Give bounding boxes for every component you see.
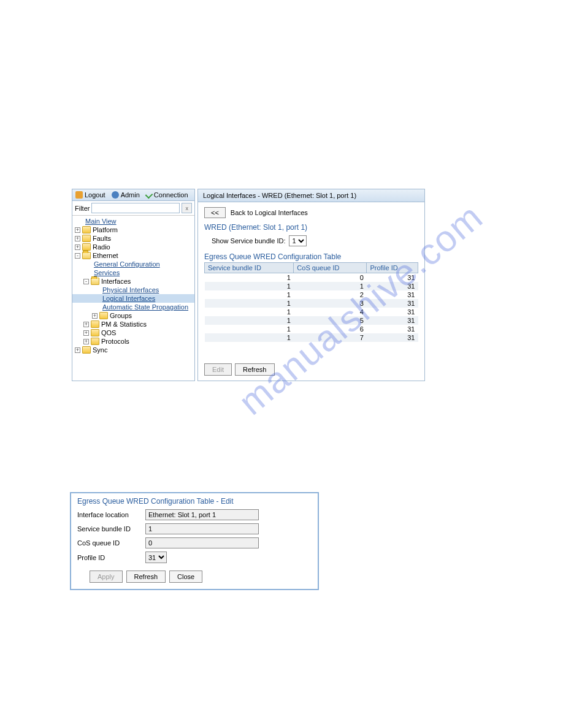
tree-label: Logical Interfaces: [102, 295, 155, 302]
tree-groups[interactable]: +Groups: [72, 311, 194, 320]
tree-label: Ethernet: [93, 252, 118, 259]
cell: 1: [205, 308, 294, 316]
admin-icon: [112, 191, 119, 199]
nav-tree: Main View +Platform +Faults +Radio -Ethe…: [72, 216, 194, 355]
cell: 31: [367, 308, 418, 316]
folder-icon: [82, 346, 91, 354]
tree-label: Groups: [110, 312, 132, 319]
close-button[interactable]: Close: [169, 571, 202, 583]
folder-icon: [82, 226, 91, 233]
tree-general-config[interactable]: General Configuration: [72, 260, 194, 268]
tree-main-view[interactable]: Main View: [72, 217, 194, 226]
plus-icon[interactable]: +: [92, 313, 98, 319]
tree-label: Interfaces: [101, 278, 131, 285]
plus-icon[interactable]: +: [75, 236, 80, 241]
plus-icon[interactable]: +: [75, 227, 80, 233]
main-body: << Back to Logical Interfaces WRED (Ethe…: [198, 202, 424, 381]
plus-icon[interactable]: +: [75, 347, 80, 353]
service-bundle-field: [145, 523, 259, 534]
connection-link[interactable]: Connection: [146, 191, 188, 199]
show-bundle-row: Show Service bundle ID: 1: [212, 235, 418, 246]
minus-icon[interactable]: -: [75, 253, 80, 259]
folder-icon: [91, 338, 99, 345]
cell: 1: [205, 316, 294, 325]
minus-icon[interactable]: -: [83, 279, 89, 284]
tree-radio[interactable]: +Radio: [72, 243, 194, 251]
tree-logical-interfaces[interactable]: Logical Interfaces: [72, 294, 194, 303]
app-window: Logout Admin Connection Filter x Main Vi…: [72, 189, 425, 381]
plus-icon[interactable]: +: [83, 330, 89, 336]
folder-icon: [99, 312, 108, 319]
filter-clear-button[interactable]: x: [182, 203, 192, 213]
logout-link[interactable]: Logout: [75, 191, 105, 199]
cell: 1: [205, 273, 294, 282]
filter-input[interactable]: [91, 203, 180, 213]
tree-sync[interactable]: +Sync: [72, 346, 194, 354]
wred-table: Service bundle ID CoS queue ID Profile I…: [204, 262, 418, 342]
tree-platform[interactable]: +Platform: [72, 226, 194, 234]
table-row[interactable]: 1431: [205, 308, 418, 316]
col-cos-queue[interactable]: CoS queue ID: [294, 263, 367, 273]
tree-label: Protocols: [101, 338, 129, 345]
col-service-bundle[interactable]: Service bundle ID: [205, 263, 294, 273]
tree-faults[interactable]: +Faults: [72, 234, 194, 243]
edit-dialog: Egress Queue WRED Configuration Table - …: [70, 492, 319, 590]
tree-label: QOS: [101, 329, 116, 336]
table-row[interactable]: 1131: [205, 282, 418, 290]
tree-label: Faults: [93, 235, 111, 242]
tree-label: Physical Interfaces: [102, 286, 159, 294]
folder-icon: [82, 235, 91, 242]
table-row[interactable]: 1731: [205, 333, 418, 342]
wred-section-title: WRED (Ethernet: Slot 1, port 1): [204, 223, 418, 232]
tree-services[interactable]: Services: [72, 268, 194, 277]
table-row[interactable]: 1031: [205, 273, 418, 282]
cell: 31: [367, 316, 418, 325]
admin-label: Admin: [121, 191, 140, 199]
tree-physical-interfaces[interactable]: Physical Interfaces: [72, 286, 194, 294]
table-row[interactable]: 1631: [205, 325, 418, 333]
dialog-row-interface: Interface location: [77, 509, 312, 520]
cell: 2: [294, 290, 367, 299]
connection-label: Connection: [154, 191, 188, 199]
back-row: << Back to Logical Interfaces: [204, 207, 418, 218]
back-button[interactable]: <<: [204, 207, 226, 218]
tree-label: Automatic State Propagation: [102, 303, 188, 311]
table-row[interactable]: 1331: [205, 299, 418, 308]
table-title: Egress Queue WRED Configuration Table: [204, 252, 418, 261]
col-profile-id[interactable]: Profile ID: [367, 263, 418, 273]
tree-auto-state-propagation[interactable]: Automatic State Propagation: [72, 303, 194, 311]
tree-pm-statistics[interactable]: +PM & Statistics: [72, 320, 194, 328]
refresh-button[interactable]: Refresh: [235, 363, 275, 376]
folder-open-icon: [91, 278, 99, 285]
interface-location-field: [145, 509, 259, 520]
apply-button[interactable]: Apply: [90, 571, 123, 583]
dialog-refresh-button[interactable]: Refresh: [126, 571, 166, 583]
page-title: Logical Interfaces - WRED (Ethernet: Slo…: [198, 189, 424, 202]
dialog-row-profile: Profile ID 31: [77, 552, 312, 563]
folder-icon: [82, 243, 91, 251]
show-bundle-label: Show Service bundle ID:: [212, 237, 285, 245]
tree-label: Platform: [93, 226, 118, 233]
plus-icon[interactable]: +: [83, 322, 89, 327]
table-row[interactable]: 1231: [205, 290, 418, 299]
plus-icon[interactable]: +: [83, 339, 89, 344]
cos-queue-field: [145, 537, 259, 548]
tree-label: Sync: [93, 346, 107, 354]
plus-icon[interactable]: +: [75, 245, 80, 250]
folder-icon: [91, 320, 99, 328]
cell: 1: [205, 290, 294, 299]
edit-button[interactable]: Edit: [204, 363, 232, 376]
cell: 1: [205, 299, 294, 308]
tree-protocols[interactable]: +Protocols: [72, 337, 194, 346]
profile-id-select[interactable]: 31: [145, 552, 167, 563]
table-row[interactable]: 1531: [205, 316, 418, 325]
cell: 1: [205, 282, 294, 290]
show-bundle-select[interactable]: 1: [289, 235, 307, 246]
tree-interfaces[interactable]: -Interfaces: [72, 277, 194, 286]
dialog-row-cos: CoS queue ID: [77, 537, 312, 548]
tree-qos[interactable]: +QOS: [72, 328, 194, 337]
cell: 5: [294, 316, 367, 325]
admin-link[interactable]: Admin: [112, 191, 140, 199]
tree-ethernet[interactable]: -Ethernet: [72, 251, 194, 260]
main-panel: Logical Interfaces - WRED (Ethernet: Slo…: [197, 189, 425, 381]
